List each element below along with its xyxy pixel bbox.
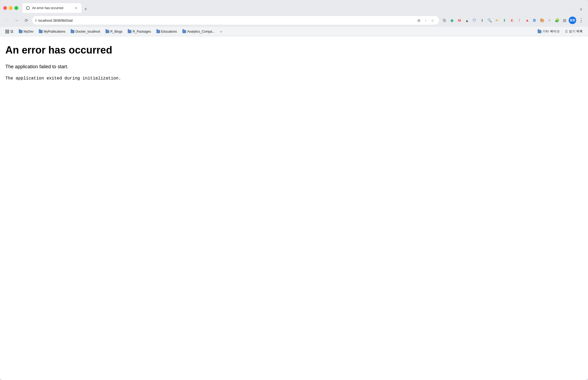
ext15-icon[interactable]: 🧩 bbox=[554, 17, 560, 24]
bookmark-label: Educations bbox=[161, 30, 177, 33]
active-tab[interactable]: An error has occurred ✕ bbox=[22, 3, 81, 13]
bookmark-docker-localhost[interactable]: Docker_localhost bbox=[69, 28, 102, 35]
address-input-wrap[interactable]: ℹ localhost:3838/BitStat/ ⊞ ↑ ☆ bbox=[32, 16, 439, 25]
ext13-icon[interactable]: 🎨 bbox=[539, 17, 545, 24]
ext5-icon[interactable]: ℹ bbox=[479, 17, 485, 24]
bookmark-other[interactable]: 기타 북마크 bbox=[536, 28, 561, 35]
tabs-bar: An error has occurred ✕ + ∨ bbox=[22, 3, 585, 13]
bitwarden-icon[interactable]: 🛡 bbox=[471, 17, 478, 24]
folder-icon bbox=[19, 30, 22, 33]
extension-icons: 🐘 ◉ M ▲ 🛡 ℹ 🔍 ✒ ⬇ E / 🔺 B 🎨 ✕ 🧩 ⊞ 종현 ⋮ bbox=[441, 17, 585, 24]
bookmark-label: MyPublications bbox=[44, 30, 65, 33]
close-button[interactable] bbox=[3, 6, 7, 10]
folder-icon bbox=[156, 30, 160, 33]
ext12-icon[interactable]: B bbox=[531, 17, 538, 24]
new-tab-button[interactable]: + bbox=[82, 5, 89, 13]
browser-window: An error has occurred ✕ + ∨ ← → ⟳ ℹ loca… bbox=[0, 0, 588, 380]
tab-close-button[interactable]: ✕ bbox=[74, 6, 78, 10]
menu-button[interactable]: ⋮ bbox=[577, 17, 585, 24]
bookmark-apps[interactable]: 앱 bbox=[3, 28, 16, 35]
window-controls bbox=[3, 6, 18, 10]
reading-list[interactable]: ☰ 읽기 목록 bbox=[563, 28, 585, 35]
reading-list-label: 읽기 목록 bbox=[569, 29, 583, 34]
forward-button[interactable]: → bbox=[13, 17, 20, 24]
maximize-button[interactable] bbox=[14, 6, 18, 10]
address-bar: ← → ⟳ ℹ localhost:3838/BitStat/ ⊞ ↑ ☆ 🐘 … bbox=[0, 14, 588, 27]
translate-icon[interactable]: ⊞ bbox=[416, 17, 422, 24]
share-icon[interactable]: ↑ bbox=[423, 17, 429, 24]
ext14-icon[interactable]: ✕ bbox=[546, 17, 553, 24]
secure-icon: ℹ bbox=[35, 18, 37, 22]
bookmark-icon[interactable]: ☆ bbox=[429, 17, 436, 24]
bookmark-educations[interactable]: Educations bbox=[154, 28, 179, 35]
gdrive-icon[interactable]: ▲ bbox=[464, 17, 470, 24]
error-code: The application exited during initializa… bbox=[5, 76, 583, 81]
back-button[interactable]: ← bbox=[3, 17, 11, 24]
folder-icon bbox=[105, 30, 109, 33]
folder-icon bbox=[128, 30, 131, 33]
bookmark-label: MyDev bbox=[24, 30, 33, 33]
minimize-button[interactable] bbox=[9, 6, 13, 10]
bookmark-label: Docker_localhost bbox=[76, 30, 100, 33]
other-bookmarks-label: 기타 북마크 bbox=[542, 29, 559, 34]
page-content: An error has occurred The application fa… bbox=[0, 36, 588, 380]
title-bar: An error has occurred ✕ + ∨ bbox=[0, 0, 588, 14]
tab-expand-button[interactable]: ∨ bbox=[577, 5, 585, 13]
error-heading: An error has occurred bbox=[5, 44, 583, 56]
ext2-icon[interactable]: ◉ bbox=[449, 17, 455, 24]
error-subtitle: The application failed to start. bbox=[5, 64, 583, 70]
address-actions: ⊞ ↑ ☆ bbox=[416, 17, 436, 24]
ext11-icon[interactable]: 🔺 bbox=[524, 17, 530, 24]
bookmark-r-packages[interactable]: R_Packages bbox=[126, 28, 153, 35]
reload-button[interactable]: ⟳ bbox=[22, 17, 30, 24]
folder-icon bbox=[538, 30, 541, 33]
ext9-icon[interactable]: E bbox=[509, 17, 515, 24]
ext10-icon[interactable]: / bbox=[516, 17, 523, 24]
apps-grid-icon bbox=[5, 30, 9, 33]
bookmarks-right: 기타 북마크 ☰ 읽기 목록 bbox=[536, 28, 585, 35]
bookmark-r-blogs[interactable]: R_Blogs bbox=[103, 28, 125, 35]
address-text: localhost:3838/BitStat/ bbox=[38, 18, 414, 22]
bookmark-label: R_Packages bbox=[133, 30, 151, 33]
bookmark-analytics-compa[interactable]: Analytics_Compa... bbox=[180, 28, 217, 35]
folder-icon bbox=[71, 30, 74, 33]
ext16-icon[interactable]: ⊞ bbox=[561, 17, 568, 24]
bookmarks-bar: 앱 MyDev MyPublications Docker_localhost … bbox=[0, 27, 588, 36]
bookmark-mydev[interactable]: MyDev bbox=[17, 28, 36, 35]
ext7-icon[interactable]: ✒ bbox=[494, 17, 500, 24]
apps-label: 앱 bbox=[10, 29, 13, 34]
user-badge[interactable]: 종현 bbox=[569, 17, 576, 24]
bookmark-label: R_Blogs bbox=[110, 30, 122, 33]
bookmark-more-button[interactable]: » bbox=[218, 29, 224, 35]
folder-icon bbox=[182, 30, 186, 33]
ext6-icon[interactable]: 🔍 bbox=[486, 17, 493, 24]
tab-globe-icon bbox=[26, 6, 30, 10]
bookmark-label: Analytics_Compa... bbox=[187, 30, 215, 33]
bookmark-mypublications[interactable]: MyPublications bbox=[37, 28, 67, 35]
tab-title: An error has occurred bbox=[32, 6, 72, 10]
ext8-icon[interactable]: ⬇ bbox=[501, 17, 508, 24]
folder-icon bbox=[39, 30, 43, 33]
evernote-icon[interactable]: 🐘 bbox=[441, 17, 448, 24]
gmail-icon[interactable]: M bbox=[456, 17, 463, 24]
